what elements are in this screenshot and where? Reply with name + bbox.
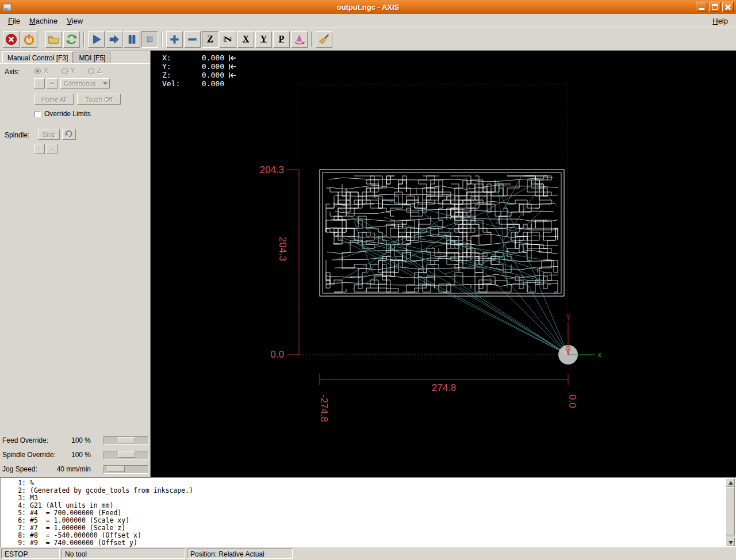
tab-mdi[interactable]: MDI [F5] bbox=[74, 52, 110, 63]
dro-row-vel: Vel: 0.000 bbox=[162, 79, 246, 88]
gcode-listing[interactable]: 1:% 2:(Generated by gcode_tools from ink… bbox=[0, 477, 736, 547]
home-all-button[interactable]: Home All bbox=[34, 94, 74, 105]
spindle-override-thumb[interactable] bbox=[118, 451, 135, 458]
dim-x-max: 0.0 bbox=[567, 394, 578, 408]
jog-mode-select[interactable]: Continuous bbox=[60, 78, 110, 89]
preview-canvas[interactable]: 204.3 0.0 204.3 274.8 -274.8 0.0 Y x X: … bbox=[151, 51, 736, 477]
view-rotated-top-button[interactable]: Z bbox=[220, 31, 236, 48]
window-title: output.ngc - AXIS bbox=[0, 3, 736, 11]
minimize-icon[interactable] bbox=[696, 2, 707, 12]
axis-radio-x[interactable]: X bbox=[34, 67, 48, 75]
feed-override-value: 100 % bbox=[40, 436, 91, 444]
dro-label: Z: bbox=[162, 71, 189, 79]
feed-override-thumb[interactable] bbox=[118, 437, 135, 443]
spindle-stop-button[interactable]: Stop bbox=[38, 129, 60, 140]
view-front-icon: Y bbox=[260, 34, 267, 44]
jog-speed-slider[interactable] bbox=[103, 465, 148, 474]
scroll-up-icon[interactable] bbox=[726, 478, 735, 487]
dimension-x: 274.8 -274.8 0.0 bbox=[319, 374, 578, 422]
title-bar[interactable]: output.ngc - AXIS bbox=[0, 0, 736, 14]
spindle-override-value: 100 % bbox=[40, 451, 91, 459]
view-front-button[interactable]: Y bbox=[255, 31, 272, 48]
toolbar-separator bbox=[311, 32, 312, 47]
machine-power-icon bbox=[22, 33, 36, 46]
spindle-forward-button[interactable] bbox=[62, 129, 76, 140]
toolbar-separator bbox=[41, 32, 42, 47]
dro-label: Y: bbox=[162, 62, 189, 71]
gcode-scrollbar[interactable] bbox=[726, 478, 735, 546]
menu-machine[interactable]: Machine bbox=[25, 16, 62, 26]
view-perspective-button[interactable]: P bbox=[273, 31, 290, 48]
view-side-icon: X bbox=[243, 34, 250, 44]
axis-radio-x-label: X bbox=[44, 67, 48, 75]
dro-row-z: Z: 0.000 bbox=[162, 71, 246, 79]
feed-override-slider[interactable] bbox=[103, 436, 148, 445]
jog-speed-label: Jog Speed: bbox=[2, 465, 37, 473]
dimension-y: 204.3 0.0 204.3 bbox=[259, 164, 299, 360]
pause-icon bbox=[125, 33, 139, 46]
step-button[interactable] bbox=[106, 31, 122, 48]
radio-icon bbox=[62, 68, 68, 74]
machine-power-button[interactable] bbox=[21, 31, 37, 48]
dim-y-extent: 204.3 bbox=[277, 237, 288, 262]
view-side-button[interactable]: X bbox=[237, 31, 254, 48]
gcode-line: 9:#9 = 740.000000 (Offset y) bbox=[9, 539, 724, 547]
gcode-line: 2:(Generated by gcode_tools from inkscap… bbox=[9, 487, 724, 494]
status-position-mode: Position: Relative Actual bbox=[187, 549, 293, 559]
axis-radio-z[interactable]: Z bbox=[88, 67, 101, 75]
dim-y-max: 204.3 bbox=[259, 164, 284, 175]
zoom-out-button[interactable] bbox=[184, 31, 201, 48]
axis-radio-z-label: Z bbox=[97, 67, 101, 75]
dro-value: 0.000 bbox=[189, 79, 224, 88]
spindle-plus-button[interactable]: + bbox=[47, 144, 57, 154]
jog-minus-button[interactable]: - bbox=[34, 78, 45, 89]
view-perspective-icon: P bbox=[279, 34, 285, 44]
spindle-override-slider[interactable] bbox=[103, 451, 148, 459]
zoom-in-icon bbox=[168, 33, 181, 46]
scrollbar-thumb[interactable] bbox=[726, 487, 735, 535]
dim-x-extent: 274.8 bbox=[432, 382, 457, 393]
touch-off-button[interactable]: Touch Off bbox=[77, 94, 121, 105]
override-limits-checkbox[interactable]: Override Limits bbox=[34, 110, 91, 118]
pause-button[interactable] bbox=[124, 31, 140, 48]
menu-view[interactable]: View bbox=[62, 16, 87, 26]
axis-radio-y-label: Y bbox=[71, 67, 75, 75]
spindle-forward-icon bbox=[65, 130, 73, 137]
clear-plot-icon bbox=[317, 33, 331, 46]
run-icon bbox=[90, 33, 103, 46]
open-file-icon bbox=[47, 33, 60, 46]
reload-file-button[interactable] bbox=[63, 31, 80, 48]
tab-manual-control[interactable]: Manual Control [F3] bbox=[2, 51, 73, 63]
zoom-in-button[interactable] bbox=[166, 31, 183, 48]
jog-plus-button[interactable]: + bbox=[47, 78, 57, 89]
spindle-minus-button[interactable]: - bbox=[34, 144, 45, 154]
origin-marker: Y x bbox=[558, 313, 601, 365]
open-file-button[interactable] bbox=[45, 31, 62, 48]
stop-button[interactable] bbox=[141, 31, 158, 48]
jog-mode-value: Continuous bbox=[64, 80, 96, 87]
rotate-view-button[interactable] bbox=[291, 31, 308, 48]
jog-speed-thumb[interactable] bbox=[108, 466, 125, 472]
panel-tabs: Manual Control [F3] MDI [F5] bbox=[2, 52, 111, 63]
toolpath-feed-moves bbox=[326, 176, 558, 292]
status-bar: ESTOP No tool Position: Relative Actual bbox=[0, 547, 736, 560]
toolbar-separator bbox=[83, 32, 85, 47]
toolbar-separator bbox=[162, 32, 163, 47]
dro-label: X: bbox=[162, 53, 189, 62]
maximize-icon[interactable] bbox=[709, 2, 720, 12]
chevron-down-icon bbox=[103, 82, 108, 85]
override-limits-label: Override Limits bbox=[44, 110, 91, 118]
status-machine-state: ESTOP bbox=[1, 549, 60, 559]
jog-speed-value: 40 mm/min bbox=[40, 465, 91, 473]
scroll-down-icon[interactable] bbox=[726, 538, 735, 546]
zoom-out-icon bbox=[186, 33, 199, 46]
clear-plot-button[interactable] bbox=[316, 31, 332, 48]
axis-radio-y[interactable]: Y bbox=[62, 67, 75, 75]
menu-file[interactable]: File bbox=[3, 16, 25, 26]
menu-help[interactable]: Help bbox=[708, 16, 733, 26]
close-icon[interactable] bbox=[722, 2, 734, 12]
run-button[interactable] bbox=[88, 31, 105, 48]
estop-button[interactable] bbox=[3, 31, 20, 48]
view-top-button[interactable]: Z bbox=[202, 31, 218, 48]
checkbox-icon bbox=[34, 111, 41, 117]
